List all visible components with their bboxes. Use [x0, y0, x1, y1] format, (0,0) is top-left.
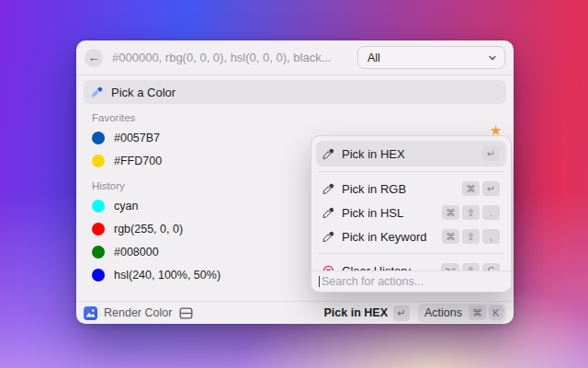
eyedropper-icon [322, 231, 334, 243]
k-key-badge: K [489, 305, 503, 320]
popup-item-label: Pick in HSL [342, 206, 435, 220]
popup-item-label: Pick in Keyword [342, 230, 435, 244]
footer-primary-action[interactable]: Pick in HEX [324, 306, 388, 319]
actions-popup: Pick in HEX ↵ Pick in RGB ⌘ ↵ Pick in HS… [311, 135, 512, 293]
popup-item-label: Pick in HEX [342, 147, 475, 161]
comma-key-badge: , [482, 229, 500, 244]
chevron-down-icon [488, 53, 497, 63]
popup-item-label: Pick in RGB [342, 182, 455, 196]
divider [318, 171, 504, 172]
popup-item-pick-in-rgb[interactable]: Pick in RGB ⌘ ↵ [316, 177, 506, 201]
actions-search-input[interactable]: Search for actions... [311, 270, 511, 292]
color-swatch [92, 155, 105, 167]
search-input[interactable]: #000000, rbg(0, 0, 0), hsl(0, 0, 0), bla… [112, 51, 357, 64]
color-label: hsl(240, 100%, 50%) [114, 269, 220, 282]
eyedropper-icon [91, 86, 103, 98]
footer: Render Color Pick in HEX ↵ Actions ⌘ K [76, 301, 514, 324]
filter-value: All [368, 52, 488, 64]
color-swatch [92, 246, 105, 259]
shift-key-badge: ⇧ [462, 205, 480, 220]
filter-dropdown[interactable]: All [357, 46, 505, 69]
footer-app-name: Render Color [104, 306, 172, 319]
cmd-key-badge: ⌘ [469, 305, 486, 320]
color-swatch [92, 223, 105, 236]
color-swatch [92, 132, 105, 144]
back-button[interactable]: ← [85, 49, 103, 67]
color-label: #0057B7 [114, 132, 160, 144]
shift-key-badge: ⇧ [462, 229, 480, 244]
period-key-badge: . [482, 205, 500, 220]
render-color-app-icon [84, 306, 97, 320]
color-label: cyan [114, 200, 138, 213]
cmd-key-badge: ⌘ [442, 205, 459, 220]
section-title-favorites: Favorites [92, 112, 514, 123]
color-label: rgb(255, 0, 0) [114, 223, 183, 236]
pick-a-color-label: Pick a Color [111, 86, 175, 99]
popup-item-pick-in-hex[interactable]: Pick in HEX ↵ [316, 141, 506, 167]
text-cursor [319, 276, 320, 287]
actions-label: Actions [424, 306, 462, 319]
command-bar-icon[interactable] [179, 307, 193, 319]
eyedropper-icon [322, 183, 334, 195]
cmd-key-badge: ⌘ [442, 229, 459, 244]
return-key-badge: ↵ [482, 146, 500, 161]
eyedropper-icon [322, 207, 334, 219]
list-item-pick-a-color[interactable]: Pick a Color [84, 80, 506, 104]
return-key-badge: ↵ [482, 181, 500, 196]
color-swatch [92, 269, 105, 282]
color-label: #FFD700 [114, 155, 162, 167]
eyedropper-icon [322, 148, 334, 160]
actions-button[interactable]: Actions ⌘ K [418, 304, 506, 323]
color-swatch [92, 200, 105, 213]
actions-search-placeholder: Search for actions... [322, 275, 424, 288]
popup-item-pick-in-hsl[interactable]: Pick in HSL ⌘ ⇧ . [316, 201, 506, 224]
divider [318, 253, 504, 254]
cmd-key-badge: ⌘ [462, 181, 480, 196]
header: ← #000000, rbg(0, 0, 0), hsl(0, 0, 0), b… [76, 40, 514, 75]
color-label: #008000 [114, 246, 159, 259]
popup-item-pick-in-keyword[interactable]: Pick in Keyword ⌘ ⇧ , [316, 224, 506, 248]
return-key-badge: ↵ [393, 305, 410, 321]
